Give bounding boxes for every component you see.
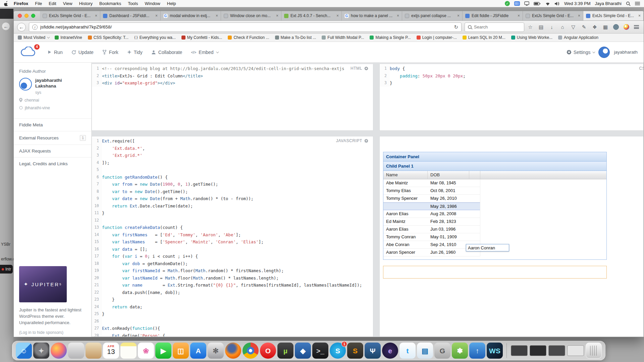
sidebar-section-fiddle-meta[interactable]: Fiddle Meta bbox=[14, 118, 91, 131]
javascript-panel[interactable]: 1Ext.require([2 'Ext.data.*',3 'Ext.grid… bbox=[92, 136, 373, 337]
volume-icon[interactable] bbox=[555, 2, 560, 6]
grid-row[interactable]: Aaron EliasJun 03, 1996 bbox=[383, 226, 480, 233]
reading-list-icon[interactable]: ▤ bbox=[538, 24, 544, 30]
dock-facetime[interactable]: ▶ bbox=[155, 343, 171, 359]
tab-close-icon[interactable]: × bbox=[276, 13, 278, 18]
jsfiddle-logo[interactable]: 4 bbox=[20, 47, 37, 58]
menu-history[interactable]: History bbox=[76, 1, 96, 6]
code-text[interactable] bbox=[102, 318, 373, 325]
menu-user-name[interactable]: Jaya Bharathi bbox=[595, 1, 622, 6]
code-text[interactable]: 'Ext.grid.*' bbox=[102, 152, 373, 159]
dock-utorrent[interactable]: µ bbox=[277, 343, 293, 359]
browser-tab[interactable]: ExtJs Simple Grid - E...× bbox=[40, 11, 100, 20]
update-button[interactable]: Update bbox=[71, 50, 94, 55]
dock-minimized-window[interactable] bbox=[548, 345, 565, 356]
sidebar-section-legal-credits-and-links[interactable]: Legal, Credits and Links bbox=[14, 157, 91, 170]
settings-button[interactable]: Settings bbox=[567, 50, 595, 55]
code-text[interactable]: var from = new Date(1900, 0, 1).getTime(… bbox=[102, 181, 373, 188]
grid-row[interactable]: Abe ConranSep 24, 1910 bbox=[383, 241, 480, 249]
tab-close-icon[interactable]: × bbox=[638, 13, 641, 18]
menu-file[interactable]: File bbox=[32, 1, 45, 6]
wifi-icon[interactable] bbox=[545, 2, 550, 6]
window-minimize-button[interactable] bbox=[24, 14, 29, 18]
search-input[interactable] bbox=[474, 24, 514, 29]
browser-tab[interactable]: Gmodal window in extj...× bbox=[161, 11, 221, 20]
sidebar-section-external-resources[interactable]: External Resources1 bbox=[14, 131, 91, 144]
run-button[interactable]: Run bbox=[47, 50, 63, 55]
code-text[interactable]: <div id="example-grid"></div> bbox=[102, 79, 373, 87]
grid-column-header-extra[interactable] bbox=[469, 171, 480, 179]
dock-twitter-bird[interactable]: t bbox=[399, 343, 416, 359]
code-text[interactable]: var to = new Date().getTime(); bbox=[102, 188, 373, 195]
notification-center-icon[interactable] bbox=[635, 2, 640, 5]
download-icon[interactable]: ↓ bbox=[549, 24, 555, 30]
display-icon[interactable] bbox=[524, 1, 529, 6]
code-text[interactable]: var name = Ext.String.format("{0} {1}", … bbox=[102, 282, 373, 289]
tab-close-icon[interactable]: × bbox=[457, 13, 460, 18]
code-text[interactable]: padding: 50px 20px 0 20px; bbox=[390, 72, 643, 80]
dock-calendar[interactable]: APR13 bbox=[103, 343, 119, 359]
edit-icon[interactable]: ✎ bbox=[581, 24, 587, 30]
account-icon[interactable] bbox=[613, 24, 619, 30]
dock-photos-flower[interactable]: ❀ bbox=[138, 343, 154, 359]
tab-close-icon[interactable]: × bbox=[578, 13, 580, 18]
vertical-splitter[interactable] bbox=[373, 63, 379, 337]
tidy-button[interactable]: Tidy bbox=[127, 50, 143, 55]
browser-tab[interactable]: extjs panel collapse ...× bbox=[402, 11, 463, 20]
code-text[interactable]: } bbox=[102, 209, 373, 217]
bookmark-item[interactable]: IntranetVine bbox=[55, 35, 82, 40]
grid-row[interactable]: Aaron SpencerJun 26, 1960 bbox=[383, 249, 480, 256]
reload-icon[interactable]: ↻ bbox=[454, 24, 458, 30]
fork-button[interactable]: Fork bbox=[102, 50, 118, 55]
grid-row[interactable]: May 28, 1986 bbox=[383, 202, 480, 210]
apps-grid-icon[interactable]: ▦ bbox=[602, 24, 608, 30]
grid-column-header[interactable]: Name bbox=[383, 171, 428, 179]
tab-close-icon[interactable]: × bbox=[216, 13, 218, 18]
dock-blue-upload-app[interactable]: ↑ bbox=[469, 343, 485, 359]
dock-chrome[interactable] bbox=[243, 343, 259, 359]
home-icon[interactable]: ⌂ bbox=[559, 24, 566, 30]
grid-row[interactable]: Ed MaintzFeb 28, 1923 bbox=[383, 218, 480, 226]
code-text[interactable]: <title>ExtJs- Grid : Edit Column</title> bbox=[102, 72, 373, 80]
sponsor-ad-image[interactable]: ✦ JUPITER5 bbox=[19, 266, 67, 302]
hide-sponsors-link[interactable]: (Log in to hide sponsors) bbox=[19, 330, 86, 335]
dock-notes[interactable] bbox=[120, 343, 137, 359]
bookmark-item[interactable]: My Confetti - Kids... bbox=[181, 35, 222, 40]
apple-menu-icon[interactable] bbox=[4, 1, 8, 6]
browser-tab[interactable]: ExtJs Simple Grid - E...× bbox=[523, 11, 583, 20]
code-text[interactable]: return Ext.Date.clearTime(date); bbox=[102, 202, 373, 210]
dock-trash[interactable] bbox=[586, 343, 602, 359]
battery-icon[interactable] bbox=[534, 2, 541, 5]
window-close-button[interactable] bbox=[18, 14, 22, 18]
username-label[interactable]: jayabharath bbox=[614, 50, 638, 55]
cell-editor-input[interactable] bbox=[466, 244, 509, 251]
code-text[interactable]: Ext.onReady(function(){ bbox=[102, 325, 373, 332]
code-text[interactable]: ]); bbox=[102, 159, 373, 167]
dock-system-preferences[interactable]: ✻ bbox=[208, 343, 224, 359]
dock-sublime-text[interactable]: S bbox=[347, 343, 363, 359]
bookmark-item[interactable]: Most Visited bbox=[18, 35, 49, 40]
embed-button[interactable]: </> Embed bbox=[191, 50, 218, 55]
code-text[interactable]: function getRandomDate() { bbox=[102, 174, 373, 181]
search-bar[interactable] bbox=[465, 22, 524, 32]
menu-edit[interactable]: Edit bbox=[45, 1, 59, 6]
code-text[interactable]: } bbox=[102, 310, 373, 318]
url-text[interactable]: jsfiddle.net/jayabharathi/7kpZ9/658/ bbox=[40, 24, 451, 29]
dock-android-studio[interactable]: ❃ bbox=[452, 343, 468, 359]
browser-tab[interactable]: Ghow to make a panel ...× bbox=[342, 11, 402, 20]
code-text[interactable]: var lastNames = ['Spencer', 'Maintz', 'C… bbox=[102, 238, 373, 246]
menu-tools[interactable]: Tools bbox=[124, 1, 141, 6]
menu-clock[interactable]: Wed 3:39 PM bbox=[564, 1, 591, 6]
dock-launchpad[interactable]: ✦ bbox=[33, 343, 49, 359]
code-text[interactable]: function createFakeData(count) { bbox=[102, 224, 373, 231]
grid-row[interactable]: Abe MaintzMar 08, 1945 bbox=[383, 179, 480, 187]
grid-row[interactable]: Tommy SpencerMay 26, 2010 bbox=[383, 195, 480, 202]
tab-close-icon[interactable]: × bbox=[336, 13, 339, 18]
pocket-icon[interactable]: ▽ bbox=[570, 24, 576, 30]
status-check-icon[interactable] bbox=[505, 1, 510, 6]
dock-blue-dev-app[interactable]: ◆ bbox=[295, 343, 311, 359]
code-text[interactable] bbox=[102, 217, 373, 224]
grid-row[interactable]: Tommy ConranMay 01, 1909 bbox=[383, 233, 480, 241]
browser-tab[interactable]: Edit fiddle - JSFiddle× bbox=[463, 11, 523, 20]
code-text[interactable]: var dob = getRandomDate(); bbox=[102, 260, 373, 267]
